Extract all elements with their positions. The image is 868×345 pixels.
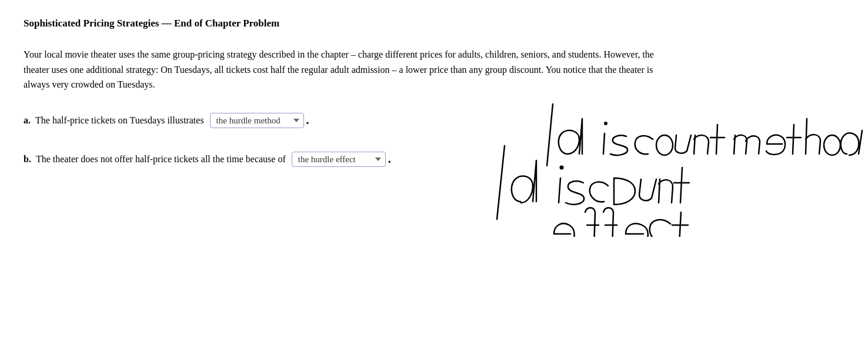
question-a-label: a. [24, 115, 31, 126]
question-a-row: a. The half-price tickets on Tuesdays il… [24, 113, 844, 128]
question-b-dropdown[interactable]: the hurdle effect the hurdle method pric… [292, 152, 386, 167]
question-b-text: The theater does not offer half-price ti… [36, 154, 286, 165]
dot-separator-a: . [306, 113, 309, 127]
body-text: Your local movie theater uses the same g… [24, 47, 670, 92]
question-b-label: b. [24, 154, 31, 165]
question-a-text: The half-price tickets on Tuesdays illus… [35, 115, 204, 126]
question-b-row: b. The theater does not offer half-price… [24, 152, 844, 167]
handwriting-b [488, 143, 868, 237]
svg-point-3 [560, 165, 564, 169]
dot-separator-b: . [388, 152, 391, 166]
page-title: Sophisticated Pricing Strategies — End o… [24, 18, 844, 29]
question-a-dropdown[interactable]: the hurdle method the hurdle effect pric… [210, 113, 304, 128]
svg-point-0 [604, 122, 607, 125]
